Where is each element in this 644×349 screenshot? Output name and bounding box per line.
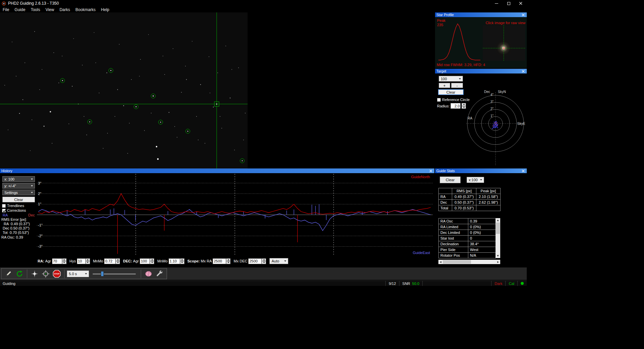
advanced-settings-button[interactable] <box>143 269 154 279</box>
star-profile-caption[interactable]: Star Profile <box>435 12 527 17</box>
close-button[interactable] <box>515 0 527 7</box>
stats-horizontal-scrollbar[interactable] <box>438 260 500 264</box>
menu-tools[interactable]: Tools <box>28 7 43 12</box>
star-profile-panel: Star Profile Peak 235 Click image for ra… <box>435 12 527 68</box>
corrections-checkbox[interactable] <box>2 209 6 212</box>
menu-darks[interactable]: Darks <box>57 7 73 12</box>
ring-label-3: 3" <box>486 100 493 104</box>
rms-header: RMS [px] <box>452 188 476 194</box>
max-dec-spinner[interactable] <box>262 258 266 264</box>
target-zoom-select[interactable]: 100 <box>439 76 463 82</box>
loop-exposures-button[interactable] <box>14 269 25 279</box>
ra-legend: RA <box>3 213 8 217</box>
scroll-down-icon[interactable] <box>496 254 500 258</box>
corrections-label: Corrections <box>7 208 26 212</box>
close-icon[interactable] <box>428 169 433 173</box>
scrollbar-thumb[interactable] <box>443 260 471 264</box>
hysteresis-input[interactable] <box>77 258 86 264</box>
window-titlebar[interactable]: PHD2 Guiding 2.6.13 - T350 <box>0 0 527 7</box>
radius-input[interactable] <box>450 103 461 109</box>
scroll-up-icon[interactable] <box>496 218 500 222</box>
close-icon[interactable] <box>521 169 525 173</box>
reference-circle-checkbox[interactable] <box>437 98 441 102</box>
list-item: Rotator PosN/A <box>439 253 496 258</box>
scroll-right-icon[interactable] <box>496 260 500 264</box>
x-scale-select[interactable]: x: 100 <box>2 176 35 182</box>
stop-icon: STOP <box>52 269 61 278</box>
y-scale-select[interactable]: y: +/-4" <box>2 183 35 189</box>
zoom-out-button[interactable]: - <box>451 83 463 88</box>
exposure-value: 5.0 s <box>69 272 77 276</box>
close-icon[interactable] <box>521 13 525 17</box>
exposure-duration-slider[interactable] <box>93 270 136 277</box>
ra-aggression-spinner[interactable] <box>62 258 67 264</box>
history-clear-button[interactable]: Clear <box>2 197 35 202</box>
scope-prefix-label: Scope: <box>187 259 200 263</box>
menu-bookmarks[interactable]: Bookmarks <box>73 7 98 12</box>
app-icon <box>2 1 6 6</box>
star-profile-title: Star Profile <box>436 13 521 17</box>
peak-readout: Peak 235 <box>437 18 445 27</box>
y-tick-m3: -3" <box>38 244 43 248</box>
trendlines-checkbox[interactable] <box>2 204 6 208</box>
ra-aggression-input[interactable] <box>52 258 62 264</box>
exposure-select[interactable]: 5.0 s <box>67 270 89 277</box>
minimize-button[interactable] <box>490 0 503 7</box>
table-header-row: RMS [px] Peak [px] <box>439 188 501 194</box>
menu-help[interactable]: Help <box>98 7 112 12</box>
menu-file[interactable]: File <box>0 7 12 12</box>
auto-select-star-button[interactable] <box>30 269 40 279</box>
scrollbar-thumb[interactable] <box>496 222 500 234</box>
guide-stats-caption[interactable]: Guide Stats <box>435 168 527 173</box>
ra-minmove-spinner[interactable] <box>116 258 120 264</box>
status-spacer <box>422 281 491 286</box>
menu-view[interactable]: View <box>43 7 57 12</box>
stop-button[interactable]: STOP <box>52 269 62 279</box>
dec-aggression-spinner[interactable] <box>150 258 154 264</box>
dec-minmove-input[interactable] <box>169 258 180 264</box>
radius-spinner[interactable] <box>462 103 466 109</box>
hysteresis-spinner[interactable] <box>86 258 90 264</box>
zoom-in-button[interactable]: + <box>439 83 450 88</box>
maximize-button[interactable] <box>503 0 515 7</box>
history-caption[interactable]: History <box>0 168 434 173</box>
star-marker-icon <box>504 47 504 49</box>
dec-guide-mode-select[interactable]: Auto <box>269 258 288 264</box>
max-ra-input[interactable] <box>213 258 226 264</box>
chevron-down-icon <box>31 179 33 180</box>
spin-up-icon[interactable] <box>462 103 466 106</box>
slider-thumb[interactable] <box>101 271 104 277</box>
camera-settings-button[interactable] <box>155 269 165 279</box>
connect-equipment-button[interactable] <box>3 269 13 279</box>
guide-button[interactable] <box>41 269 51 279</box>
star-thumbnail[interactable] <box>483 25 525 61</box>
menu-guide[interactable]: Guide <box>12 7 28 12</box>
dec-aggression-input[interactable] <box>140 258 150 264</box>
chevron-down-icon <box>480 179 482 181</box>
stats-vertical-scrollbar[interactable] <box>496 218 500 258</box>
history-title: History <box>1 169 428 173</box>
ra-prefix-label: RA: <box>38 259 44 263</box>
max-dec-input[interactable] <box>248 258 262 264</box>
guide-stats-title: Guide Stats <box>436 169 521 173</box>
target-zoom-value: 100 <box>441 77 447 81</box>
scroll-left-icon[interactable] <box>438 260 443 264</box>
ra-minmove-input[interactable] <box>104 258 116 264</box>
rms-total-value: Tot 0.70 (0.53") <box>3 231 29 235</box>
dec-minmove-spinner[interactable] <box>180 258 184 264</box>
graph-settings-select[interactable]: Settings <box>2 190 35 195</box>
close-icon[interactable] <box>521 69 525 73</box>
guide-camera-image[interactable] <box>0 12 434 168</box>
dec-legend: Dec <box>28 213 35 217</box>
target-clear-button[interactable]: Clear <box>438 89 464 95</box>
snr-value: 50.0 <box>412 282 419 286</box>
target-caption[interactable]: Target <box>435 69 527 73</box>
max-ra-spinner[interactable] <box>226 258 230 264</box>
bottom-area: History x: 100 y: +/-4" Settings Clear T… <box>0 168 527 267</box>
hysteresis-label: Hys <box>70 259 76 263</box>
history-panel: History x: 100 y: +/-4" Settings Clear T… <box>0 168 434 267</box>
stats-scale-select[interactable]: x:100 <box>467 177 484 183</box>
star-profile-body[interactable]: Peak 235 Click image for raw view Mid ro… <box>435 17 527 68</box>
spin-down-icon[interactable] <box>462 106 466 109</box>
stats-clear-button[interactable]: Clear <box>440 177 461 183</box>
